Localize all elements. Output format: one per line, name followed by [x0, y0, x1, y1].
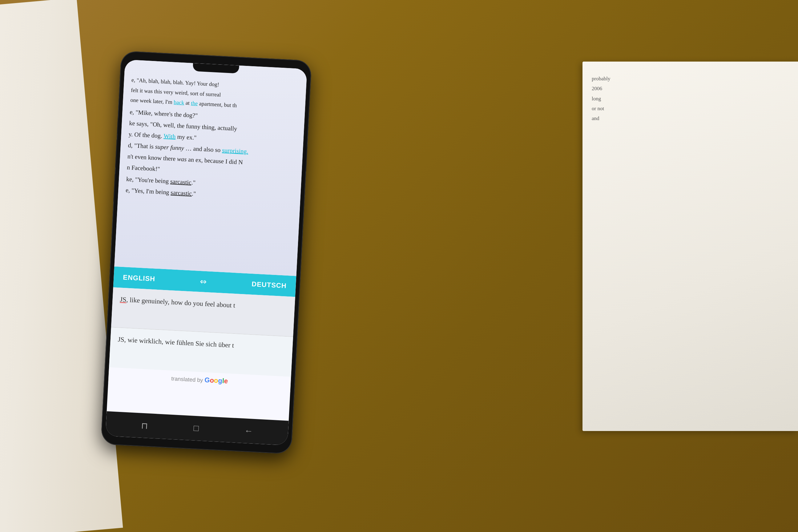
phone-screen: e, "Ah, blah, blah, blah. Yay! Your dog!… — [105, 59, 307, 445]
input-abbreviation: JS — [120, 296, 127, 304]
recent-apps-button[interactable]: ⊓ — [141, 420, 148, 431]
google-logo: Google — [205, 376, 228, 385]
home-button[interactable]: □ — [193, 423, 199, 434]
back-button[interactable]: ← — [244, 426, 253, 436]
target-language-label[interactable]: DEUTSCH — [251, 280, 287, 290]
translated-by-label: translated by — [171, 376, 205, 384]
navigation-bar: ⊓ □ ← — [105, 411, 288, 445]
input-rest: , like genuinely, how do you feel about … — [126, 296, 235, 309]
phone-body: e, "Ah, blah, blah, blah. Yay! Your dog!… — [101, 51, 312, 454]
translation-input-text: JS, like genuinely, how do you feel abou… — [120, 294, 288, 314]
book-right: probably 2006 long or not and — [583, 61, 798, 431]
book-left-text: she first not I'm not familiar like Dog.… — [0, 34, 68, 125]
source-language-label[interactable]: ENGLISH — [123, 273, 155, 283]
translation-output-text: JS, wie wirklich, wie fühlen Sie sich üb… — [118, 334, 285, 354]
screen-book-section: e, "Ah, blah, blah, blah. Yay! Your dog!… — [114, 59, 307, 276]
phone: e, "Ah, blah, blah, blah. Yay! Your dog!… — [101, 51, 312, 454]
swap-languages-icon[interactable]: ⇔ — [200, 277, 207, 287]
book-right-text: probably 2006 long or not and — [583, 61, 798, 136]
